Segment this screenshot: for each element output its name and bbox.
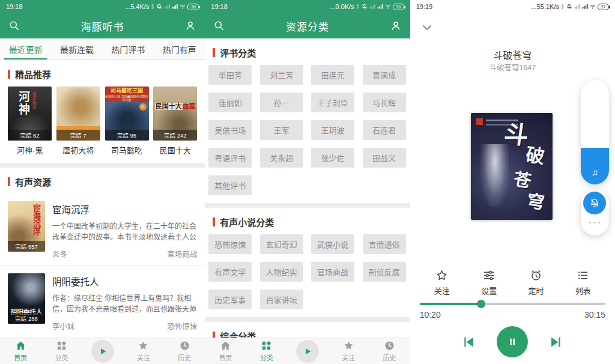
- wifi-icon: [180, 4, 186, 10]
- nav-history[interactable]: 历史: [369, 340, 410, 362]
- mute-bell-button[interactable]: [583, 192, 606, 214]
- home-icon: [15, 340, 26, 351]
- section-separator: [0, 163, 205, 168]
- category-chip[interactable]: 王军: [260, 120, 303, 140]
- bottom-nav: 首页 分类 关注 历史: [205, 338, 410, 364]
- category-chip[interactable]: 马长辉: [363, 93, 406, 112]
- category-chip[interactable]: 恐怖惊悚: [208, 234, 252, 254]
- battery-icon: 38: [393, 4, 404, 10]
- playlist-button[interactable]: 列表: [560, 269, 607, 296]
- audio-list-item[interactable]: 宦海沉浮 完结 657 宦海沉浮 一个中国改革初期的大学生，在二十年的社会改革变…: [0, 194, 205, 265]
- tab-hot-audio[interactable]: 热门有声: [154, 38, 205, 59]
- grid-icon: [261, 340, 272, 351]
- play-icon: [97, 345, 109, 357]
- category-chip[interactable]: 田战义: [363, 148, 406, 168]
- category-chip[interactable]: 百家讲坛: [260, 290, 303, 309]
- category-chip[interactable]: 言情通俗: [363, 234, 406, 254]
- category-chip[interactable]: 王子封臣: [311, 93, 354, 112]
- section-separator: [205, 203, 410, 208]
- profile-icon[interactable]: [184, 20, 196, 32]
- battery-icon: 37: [598, 4, 609, 10]
- book-card[interactable]: 民国十大血案 完结 242 民国十大: [153, 86, 197, 156]
- featured-books-row: 河神 鬼水怪谈 完结 62 河神-鬼 完结 7 唐初大将 司马懿吃三国热闹的三: [0, 86, 205, 156]
- book-cover: 完结 7: [56, 86, 100, 141]
- book-cover: 司马懿吃三国热闹的三国 为何最终属于沉默的司马懿 2 完结 95: [105, 86, 149, 141]
- player-chapter-subtitle: 斗破苍穹1647: [410, 61, 615, 73]
- page-title: 资源分类: [225, 19, 389, 34]
- status-badge: 完结 7: [56, 130, 100, 141]
- category-chip[interactable]: 关永超: [260, 148, 303, 168]
- status-net-speed: ...55.1K/s: [532, 3, 559, 10]
- profile-icon[interactable]: [390, 20, 402, 32]
- play-circle: [296, 340, 319, 363]
- category-chip[interactable]: 玄幻奇幻: [260, 234, 303, 254]
- wifi-icon: [590, 4, 596, 10]
- follow-button[interactable]: 关注: [419, 269, 465, 296]
- status-badge: 完结 62: [8, 130, 52, 141]
- home-screen: 19:18 ...5.4K/s ᛒ 38 海豚听书 最近更新 最新连载 热门评书…: [0, 0, 205, 364]
- nav-home[interactable]: 首页: [0, 340, 41, 362]
- section-accent-bar: [8, 70, 10, 79]
- nav-follow[interactable]: 关注: [328, 340, 369, 362]
- audio-description: 一个中国改革初期的大学生，在二十年的社会改革变迁中的故事。本书平淡地叙述着主人公…: [52, 221, 197, 243]
- nav-history[interactable]: 历史: [164, 340, 205, 362]
- category-chip[interactable]: 石连君: [363, 120, 406, 140]
- pause-icon: [505, 335, 520, 349]
- section-accent-bar: [8, 177, 10, 186]
- settings-button[interactable]: 设置: [465, 269, 512, 296]
- book-card[interactable]: 河神 鬼水怪谈 完结 62 河神-鬼: [8, 86, 52, 156]
- timer-button[interactable]: 定时: [512, 269, 559, 296]
- bottom-nav: 首页 分类 关注 历史: [0, 338, 205, 364]
- category-chip[interactable]: 刑侦反腐: [363, 262, 406, 282]
- category-chip[interactable]: 官场商战: [311, 262, 354, 282]
- nav-follow[interactable]: 关注: [123, 340, 164, 362]
- category-chip[interactable]: 武侠小说: [311, 234, 354, 254]
- progress-thumb[interactable]: [477, 300, 485, 308]
- nav-categories[interactable]: 分类: [41, 340, 82, 362]
- nav-play-button[interactable]: [82, 340, 123, 363]
- category-chip[interactable]: 刘兰芳: [260, 65, 303, 85]
- tab-hot-pingshu[interactable]: 热门评书: [103, 38, 154, 59]
- home-icon: [220, 340, 231, 351]
- category-chip[interactable]: 人物纪实: [260, 262, 303, 282]
- category-chip[interactable]: 单田芳: [208, 65, 252, 85]
- category-chip[interactable]: 历史军事: [208, 290, 252, 309]
- signal-sim2-icon: [582, 4, 588, 10]
- more-options-dots[interactable]: • • •: [589, 220, 601, 226]
- tab-latest-serial[interactable]: 最新连载: [51, 38, 102, 59]
- search-icon[interactable]: [213, 20, 225, 32]
- category-chip[interactable]: 王玥波: [311, 120, 354, 140]
- category-chip[interactable]: 吴儒书场: [208, 120, 252, 140]
- clock-icon: [179, 340, 190, 351]
- volume-slider[interactable]: ♫: [581, 80, 609, 184]
- nav-categories[interactable]: 分类: [246, 340, 287, 362]
- status-net-speed: ...5.4K/s: [125, 3, 149, 10]
- audio-list-item[interactable]: 阴阳委托人 完结 288 阴阳委托人 作者：缘尽红尘 你相信世界上有鬼吗？我相信…: [0, 266, 205, 338]
- category-chip[interactable]: 有声文学: [208, 262, 252, 282]
- previous-track-icon[interactable]: [460, 334, 476, 350]
- category-chip[interactable]: 连丽如: [208, 93, 252, 112]
- category-chip[interactable]: 张少佐: [311, 148, 354, 168]
- search-icon[interactable]: [8, 20, 20, 32]
- status-time: 19:19: [416, 3, 433, 10]
- status-badge: 完结 95: [105, 130, 149, 141]
- featured-section-header: 精品推荐: [0, 60, 205, 86]
- clock-icon: [384, 340, 395, 351]
- signal-sim1-icon: [574, 4, 580, 10]
- chevron-down-icon[interactable]: [420, 20, 434, 35]
- pause-button[interactable]: [497, 326, 528, 357]
- nav-play-button[interactable]: [287, 340, 328, 363]
- book-card[interactable]: 司马懿吃三国热闹的三国 为何最终属于沉默的司马懿 2 完结 95 司马懿吃: [105, 86, 149, 156]
- category-chip[interactable]: 田连元: [311, 65, 354, 85]
- category-chip[interactable]: 孙一: [260, 93, 303, 112]
- status-net-speed: ...0.0K/s: [330, 3, 354, 10]
- next-track-icon[interactable]: [548, 334, 565, 350]
- book-card[interactable]: 完结 7 唐初大将: [56, 86, 100, 156]
- tab-recent-updates[interactable]: 最近更新: [0, 38, 51, 59]
- progress-bar[interactable]: [420, 303, 605, 305]
- category-chip[interactable]: 袁阔成: [363, 65, 406, 85]
- category-chip[interactable]: 粤语评书: [208, 148, 252, 168]
- category-chip[interactable]: 其他评书: [208, 175, 252, 195]
- status-time: 19:18: [211, 3, 228, 10]
- nav-home[interactable]: 首页: [205, 340, 246, 362]
